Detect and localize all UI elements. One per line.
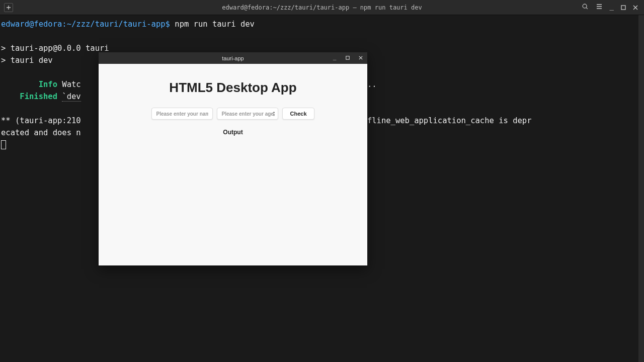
app-body: HTML5 Desktop App ▲▼ Check Output [99, 64, 367, 265]
svg-rect-2 [346, 56, 349, 59]
maximize-icon[interactable] [621, 3, 626, 12]
info-label: Info [39, 80, 57, 89]
app-minimize-icon[interactable]: _ [331, 54, 338, 60]
terminal-title: edward@fedora:~/zzz/tauri/tauri-app — np… [222, 4, 422, 11]
app-title: tauri-app [222, 55, 244, 61]
name-input[interactable] [151, 108, 213, 120]
npm-line-1: > tauri-app@0.0.0 tauri [1, 44, 109, 53]
app-close-icon[interactable] [357, 55, 364, 61]
new-tab-button[interactable] [4, 3, 13, 12]
terminal-titlebar: edward@fedora:~/zzz/tauri/tauri-app — np… [0, 0, 644, 15]
prompt: edward@fedora:~/zzz/tauri/tauri-app$ [1, 20, 170, 29]
form-row: ▲▼ Check [151, 108, 314, 120]
output-label: Output [223, 129, 243, 136]
terminal-scrollbar[interactable] [638, 15, 644, 362]
app-heading: HTML5 Desktop App [169, 80, 296, 96]
npm-line-2: > tauri dev [1, 56, 53, 65]
check-button[interactable]: Check [282, 108, 314, 120]
app-maximize-icon[interactable] [344, 55, 351, 61]
svg-rect-1 [621, 6, 625, 10]
minimize-icon[interactable]: _ [610, 2, 614, 10]
app-titlebar[interactable]: tauri-app _ [99, 52, 367, 64]
search-icon[interactable] [582, 3, 589, 12]
command: npm run tauri dev [175, 20, 255, 29]
svg-point-0 [583, 4, 587, 8]
close-icon[interactable] [633, 3, 638, 12]
warn-line-2: ecated and does n [1, 128, 81, 137]
terminal-cursor [1, 140, 6, 149]
finished-label: Finished [20, 92, 57, 101]
age-input[interactable] [217, 108, 278, 120]
warn-line-1-left: ** (tauri-app:210 [1, 116, 81, 125]
hamburger-menu-icon[interactable] [596, 3, 603, 12]
tauri-app-window: tauri-app _ HTML5 Desktop App ▲▼ Check O… [99, 52, 367, 265]
